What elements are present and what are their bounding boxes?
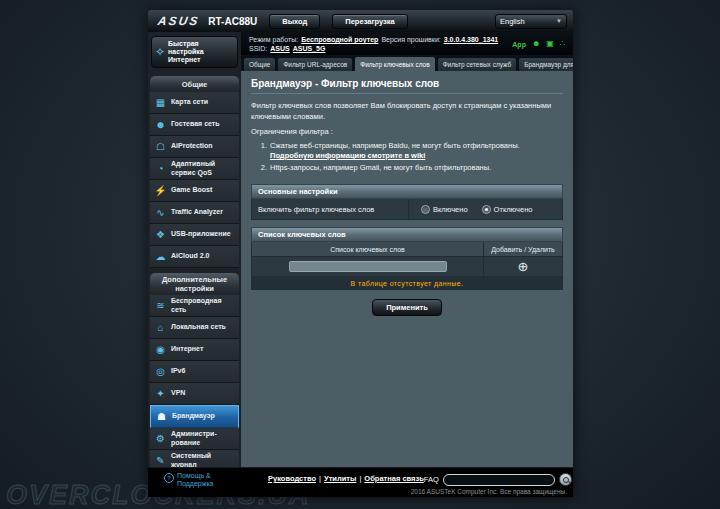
sidebar-item-aicloud[interactable]: ☁ AiCloud 2.0 bbox=[150, 246, 239, 268]
sidebar-item-wireless[interactable]: ≋ Беспроводная сеть bbox=[150, 295, 239, 317]
tab-label: Брандмауэр для IPv6 bbox=[524, 61, 573, 68]
sidebar-item-firewall[interactable]: ☗ Брандмауэр bbox=[150, 405, 239, 428]
sidebar-item-system-log[interactable]: ✎ Системный журнал bbox=[150, 450, 239, 467]
sidebar-item-usb-application[interactable]: ❖ USB-приложение bbox=[150, 224, 239, 246]
tab-label: Общие bbox=[249, 61, 270, 68]
app-label[interactable]: App bbox=[512, 41, 526, 48]
radio-disabled-circle[interactable] bbox=[482, 205, 491, 214]
action-column-header: Добавить / Удалить bbox=[483, 242, 562, 256]
model-name: RT-AC88U bbox=[208, 16, 257, 27]
infobar-text: Режим работы: Беспроводной роутер Версия… bbox=[249, 35, 498, 53]
search-button[interactable] bbox=[559, 473, 572, 486]
reboot-button[interactable]: Перезагрузка bbox=[332, 14, 407, 29]
tab-bar: ОбщиеФильтр URL-адресовФильтр ключевых с… bbox=[241, 55, 573, 71]
enable-filter-options: Включено Отключено bbox=[409, 199, 562, 219]
sidebar-item-label: Системный журнал bbox=[171, 452, 237, 467]
user-icon[interactable]: ☻ bbox=[532, 40, 540, 48]
tab-network-services-filter[interactable]: Фильтр сетевых служб bbox=[437, 57, 518, 71]
radio-enabled-circle[interactable] bbox=[421, 205, 430, 214]
footer: ? Помощь & Поддержка Руководство | Утили… bbox=[148, 467, 573, 497]
sidebar-item-network-map[interactable]: ▦ Карта сети bbox=[150, 92, 239, 114]
firewall-icon: ☗ bbox=[155, 411, 168, 422]
sidebar-item-game-boost[interactable]: ⚡ Game Boost bbox=[150, 180, 239, 202]
plus-circle-icon: ⊕ bbox=[518, 259, 529, 274]
sidebar-item-label: Администри-рование bbox=[171, 430, 237, 447]
lan-icon: ⌂ bbox=[154, 322, 167, 333]
sidebar-section-advanced: Дополнительные настройки bbox=[150, 273, 239, 295]
ssid-link-24g[interactable]: ASUS bbox=[270, 44, 289, 53]
sidebar-item-traffic-analyzer[interactable]: ∿ Traffic Analyzer bbox=[150, 202, 239, 224]
content-panel: Брандмауэр - Фильтр ключевых слов Фильтр… bbox=[241, 71, 573, 467]
quick-setup-button[interactable]: ✧ Быстрая настройка Интернет bbox=[151, 36, 238, 68]
sidebar-item-label: AiCloud 2.0 bbox=[171, 252, 210, 261]
limitation-text: Сжатые веб-страницы, например Baidu, не … bbox=[270, 141, 520, 150]
sidebar-item-label: VPN bbox=[171, 389, 185, 398]
sidebar-item-administration[interactable]: ⚙ Администри-рование bbox=[150, 428, 239, 450]
radio-enabled[interactable]: Включено bbox=[421, 205, 468, 214]
sidebar-item-label: Беспроводная сеть bbox=[171, 297, 237, 314]
sidebar-item-label: Гостевая сеть bbox=[171, 120, 220, 129]
language-select[interactable]: English ▼ bbox=[495, 14, 567, 29]
sidebar-item-label: USB-приложение bbox=[171, 230, 231, 239]
help-support[interactable]: ? Помощь & Поддержка bbox=[164, 472, 230, 488]
mode-value-link[interactable]: Беспроводной роутер bbox=[301, 35, 378, 44]
game-boost-icon: ⚡ bbox=[154, 185, 167, 196]
page-title: Брандмауэр - Фильтр ключевых слов bbox=[251, 78, 563, 94]
manual-link[interactable]: Руководство bbox=[268, 474, 316, 483]
wiki-link[interactable]: Подробную информацию смотрите в wiki bbox=[270, 151, 425, 160]
limitation-text: Https-запросы, например Gmail, не могут … bbox=[270, 163, 491, 172]
quick-setup-label: Быстрая настройка Интернет bbox=[168, 40, 234, 64]
apply-button[interactable]: Применить bbox=[372, 299, 442, 316]
help-support-label: Помощь & Поддержка bbox=[177, 472, 230, 488]
sidebar-item-vpn[interactable]: ✦ VPN bbox=[150, 383, 239, 405]
sidebar-item-aiprotection[interactable]: ☖ AiProtection bbox=[150, 136, 239, 158]
keyword-action-cell: ⊕ bbox=[483, 257, 562, 276]
share-icon[interactable]: ∴ bbox=[560, 40, 565, 48]
tab-url-filter[interactable]: Фильтр URL-адресов bbox=[277, 57, 353, 71]
footer-links: Руководство | Утилиты | Обратная связь bbox=[268, 474, 424, 483]
keyword-input-cell bbox=[252, 257, 483, 276]
wand-icon: ✧ bbox=[155, 45, 165, 59]
utilities-link[interactable]: Утилиты bbox=[324, 474, 356, 483]
radio-enabled-label: Включено bbox=[433, 205, 468, 214]
add-keyword-button[interactable]: ⊕ bbox=[518, 260, 529, 273]
faq-input[interactable] bbox=[443, 474, 555, 486]
guest-network-icon: ☻ bbox=[154, 119, 167, 130]
tab-general[interactable]: Общие bbox=[243, 57, 276, 71]
tab-firewall-ipv6[interactable]: Брандмауэр для IPv6 bbox=[518, 57, 573, 71]
ssid-label: SSID: bbox=[249, 44, 267, 53]
limitation-item: 2. Https-запросы, например Gmail, не мог… bbox=[257, 163, 563, 173]
tab-keyword-filter[interactable]: Фильтр ключевых слов bbox=[354, 56, 435, 71]
mode-label: Режим работы: bbox=[249, 35, 298, 44]
sidebar-item-guest-network[interactable]: ☻ Гостевая сеть bbox=[150, 114, 239, 136]
sidebar-section-general: Общие bbox=[150, 76, 239, 92]
basic-settings-header: Основные настройки bbox=[251, 184, 563, 199]
sidebar-item-ipv6[interactable]: ◎ IPv6 bbox=[150, 361, 239, 383]
sidebar-item-adaptive-qos[interactable]: ◔ Адаптивный сервис QoS bbox=[150, 158, 239, 180]
help-icon: ? bbox=[164, 473, 174, 483]
ssid-link-5g[interactable]: ASUS_5G bbox=[293, 44, 326, 53]
window-body: ✧ Быстрая настройка Интернет Общие ▦ Кар… bbox=[148, 32, 573, 467]
sidebar-item-label: Адаптивный сервис QoS bbox=[171, 160, 237, 177]
printer-icon[interactable]: ▣ bbox=[546, 40, 554, 48]
feedback-link[interactable]: Обратная связь bbox=[364, 474, 423, 483]
limitation-item: 1. Сжатые веб-страницы, например Baidu, … bbox=[257, 141, 563, 161]
keyword-input[interactable] bbox=[289, 261, 447, 272]
network-map-icon: ▦ bbox=[154, 97, 167, 108]
sidebar-item-wan[interactable]: ◉ Интернет bbox=[150, 339, 239, 361]
radio-disabled[interactable]: Отключено bbox=[482, 205, 533, 214]
system-log-icon: ✎ bbox=[154, 455, 167, 466]
status-icons: App ☻ ▣ ∴ bbox=[512, 35, 567, 53]
tab-label: Фильтр URL-адресов bbox=[283, 61, 347, 68]
sidebar-item-label: Game Boost bbox=[171, 186, 212, 195]
limitations-list: 1. Сжатые веб-страницы, например Baidu, … bbox=[257, 141, 563, 175]
sidebar-item-lan[interactable]: ⌂ Локальная сеть bbox=[150, 317, 239, 339]
keyword-table-header: Список ключевых слов Добавить / Удалить bbox=[251, 242, 563, 257]
firmware-value-link[interactable]: 3.0.0.4.380_1341 bbox=[444, 35, 499, 44]
sidebar-item-label: AiProtection bbox=[171, 142, 213, 151]
list-number: 1. bbox=[257, 141, 267, 161]
faq-label: FAQ bbox=[424, 475, 439, 484]
filter-limitations-label: Ограничения фильтра : bbox=[251, 126, 563, 137]
sidebar: ✧ Быстрая настройка Интернет Общие ▦ Кар… bbox=[148, 32, 241, 467]
logout-button[interactable]: Выход bbox=[269, 14, 320, 29]
